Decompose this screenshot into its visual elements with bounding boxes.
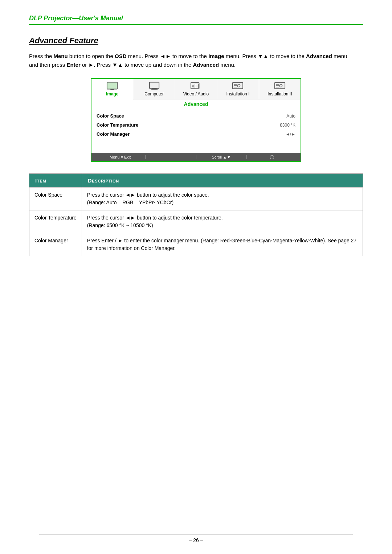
table-cell-item-0: Color Space <box>29 188 82 210</box>
table-cell-desc-1: Press the cursor ◄► button to adjust the… <box>82 210 363 233</box>
svg-rect-4 <box>151 89 158 90</box>
table-row: Color Manager Press Enter / ► to enter t… <box>29 233 363 256</box>
osd-footer: Menu = Exit Scroll ▲▼ ◯ <box>91 153 301 161</box>
osd-tab-install2[interactable]: Installation II <box>259 79 301 99</box>
page-container: DLP Projector—User's Manual Advanced Fea… <box>0 0 392 554</box>
table-cell-item-1: Color Temperature <box>29 210 82 233</box>
osd-item-color-temp: Color Temperature 8300 °K <box>97 120 295 130</box>
svg-text:((: (( <box>192 84 195 88</box>
image-tab-icon <box>106 82 118 90</box>
image-tab-label: Image <box>106 91 119 97</box>
header-title: DLP Projector—User's Manual <box>29 15 363 22</box>
table-header-description: Description <box>82 174 363 188</box>
install1-tab-icon <box>232 82 244 90</box>
svg-rect-0 <box>107 82 117 89</box>
osd-item-value-2: ◄/► <box>286 132 295 137</box>
table-row: Color Temperature Press the cursor ◄► bu… <box>29 210 363 233</box>
osd-item-label-1: Color Temperature <box>97 122 138 128</box>
page-footer: – 26 – <box>0 534 392 543</box>
osd-item-value-1: 8300 °K <box>280 123 295 128</box>
osd-menu: Image Computer (( <box>91 78 301 162</box>
video-tab-label: Video / Audio <box>183 91 209 97</box>
section-title: Advanced Feature <box>29 36 363 45</box>
osd-item-color-manager: Color Manager ◄/► <box>97 130 295 139</box>
footer-line <box>39 534 353 534</box>
table-cell-item-2: Color Manager <box>29 233 82 256</box>
osd-footer-scroll: Scroll ▲▼ <box>196 155 247 159</box>
computer-tab-icon <box>148 82 160 90</box>
osd-tab-computer[interactable]: Computer <box>133 79 175 99</box>
osd-tab-install1[interactable]: Installation I <box>217 79 259 99</box>
install1-tab-label: Installation I <box>226 91 249 97</box>
intro-paragraph: Press the Menu button to open the OSD me… <box>29 52 356 69</box>
osd-tab-image[interactable]: Image <box>91 79 133 99</box>
osd-footer-exit: Menu = Exit <box>95 155 146 159</box>
header-line <box>29 24 363 25</box>
osd-item-color-space: Color Space Auto <box>97 111 295 120</box>
page-number: – 26 – <box>189 537 203 543</box>
table-cell-desc-2: Press Enter / ► to enter the color manag… <box>82 233 363 256</box>
osd-footer-icon: ◯ <box>247 155 297 159</box>
osd-menu-items: Color Space Auto Color Temperature 8300 … <box>91 109 301 153</box>
svg-rect-1 <box>110 89 114 90</box>
osd-tab-video[interactable]: (( Video / Audio <box>175 79 217 99</box>
svg-rect-2 <box>149 82 159 89</box>
osd-item-label-0: Color Space <box>97 113 124 119</box>
osd-item-label-2: Color Manager <box>97 131 130 137</box>
video-tab-icon: (( <box>190 82 202 90</box>
osd-submenu-label: Advanced <box>91 99 301 109</box>
svg-rect-7 <box>195 84 198 88</box>
svg-rect-3 <box>152 89 156 90</box>
install2-tab-label: Installation II <box>268 91 292 97</box>
osd-tabs: Image Computer (( <box>91 79 301 99</box>
table-cell-desc-0: Press the cursor ◄► button to adjust the… <box>82 188 363 210</box>
description-table: Item Description Color Space Press the c… <box>29 173 363 256</box>
table-header-item: Item <box>29 174 82 188</box>
osd-item-value-0: Auto <box>286 114 295 119</box>
install2-tab-icon <box>274 82 286 90</box>
osd-footer-center <box>146 155 196 159</box>
table-row: Color Space Press the cursor ◄► button t… <box>29 188 363 210</box>
computer-tab-label: Computer <box>144 91 164 97</box>
question-icon: ◯ <box>270 155 274 159</box>
